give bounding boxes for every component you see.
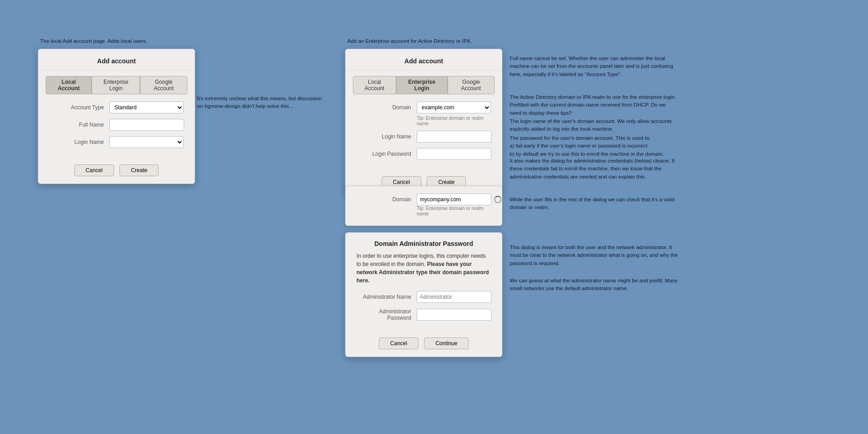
password-dialog: Domain Administrator Password In order t… [345, 232, 502, 357]
annotation-note8: We can guess at what the administrator n… [510, 277, 678, 293]
admin-name-label: Administrator Name [356, 294, 411, 300]
password-continue-button[interactable]: Continue [424, 337, 469, 349]
enterprise-tab-row: Local Account Enterprise Login Google Ac… [346, 71, 502, 94]
annotation-note1: Full name cannot be set. Whether the use… [510, 55, 678, 78]
admin-password-input[interactable] [417, 309, 491, 321]
annotation-note3: The login name of the user's domain acco… [510, 117, 678, 133]
domain-check-tip: Tip: Enterprise domain or realm name [417, 205, 491, 216]
enterprise-login-password-label: Login Password [356, 151, 411, 157]
login-name-row: Login Name [49, 136, 184, 148]
password-dialog-body: In order to use enterprise logins, this … [346, 252, 502, 334]
password-dialog-title: Domain Administrator Password [346, 233, 502, 252]
admin-password-row: Administrator Password [356, 308, 491, 321]
annotation-note2: The Active Directory domain or IPA realm… [510, 93, 678, 117]
local-account-dialog: Add account Local Account Enterprise Log… [38, 49, 195, 184]
account-type-row: Account Type Standard Administrator [49, 102, 184, 113]
account-type-label: Account Type [49, 104, 104, 111]
full-name-label: Full Name [49, 122, 104, 128]
local-create-button[interactable]: Create [119, 164, 159, 176]
local-tab-row: Local Account Enterprise Login Google Ac… [38, 71, 195, 94]
domain-check-input[interactable] [417, 194, 491, 205]
enterprise-tab-enterprise-login[interactable]: Enterprise Login [396, 76, 448, 94]
enterprise-domain-select[interactable]: example.com [417, 102, 491, 113]
domain-check-label: Domain [356, 196, 411, 203]
annotation-note5: It also makes the dialog for administrat… [510, 157, 678, 181]
domain-check-spinner [494, 196, 501, 203]
enterprise-login-name-label: Login Name [356, 133, 411, 140]
enterprise-tab-google-account[interactable]: Google Account [448, 76, 495, 94]
admin-name-row: Administrator Name [356, 291, 491, 303]
local-cancel-button[interactable]: Cancel [74, 164, 114, 176]
full-name-input[interactable] [109, 119, 184, 131]
annotation-note4: The password for the user's domain accou… [510, 134, 664, 158]
full-name-row: Full Name [49, 119, 184, 131]
password-cancel-button[interactable]: Cancel [379, 337, 418, 349]
enterprise-tab-local-account[interactable]: Local Account [353, 76, 396, 94]
local-dialog-body: Account Type Standard Administrator Full… [38, 94, 195, 161]
enterprise-dialog-title: Add account [346, 49, 502, 71]
enterprise-login-name-row: Login Name [356, 131, 491, 143]
local-dialog-btn-row: Cancel Create [38, 161, 195, 184]
local-tab-local-account[interactable]: Local Account [46, 76, 92, 94]
enterprise-domain-label: Domain [356, 104, 411, 111]
annotation-unclear: It's extremely unclear what this means, … [197, 95, 325, 111]
annotation-note6: While the user fills in the rest of the … [510, 196, 678, 212]
domain-check-row: Domain [356, 194, 491, 205]
domain-check-panel: Domain Tip: Enterprise domain or realm n… [345, 186, 502, 226]
account-type-select[interactable]: Standard Administrator [109, 102, 184, 113]
annotation-note7: This dialog is meant for both the user a… [510, 244, 678, 267]
enterprise-dialog-body: Domain example.com Tip: Enterprise domai… [346, 94, 502, 173]
local-tab-enterprise-login[interactable]: Enterprise Login [92, 76, 140, 94]
enterprise-login-password-row: Login Password [356, 148, 491, 160]
annotation-top-right: Add an Enterprise account for Active Dir… [347, 37, 472, 45]
local-dialog-title: Add account [38, 49, 195, 71]
enterprise-login-password-input[interactable] [417, 148, 491, 160]
local-tab-google-account[interactable]: Google Account [140, 76, 187, 94]
admin-password-label: Administrator Password [356, 308, 411, 321]
admin-name-input[interactable] [417, 291, 491, 303]
enterprise-domain-tip: Tip: Enterprise domain or realm name [417, 115, 491, 126]
password-dialog-btn-row: Cancel Continue [346, 334, 502, 357]
password-info-text: In order to use enterprise logins, this … [356, 252, 491, 285]
enterprise-dialog: Add account Local Account Enterprise Log… [345, 49, 502, 196]
enterprise-login-name-input[interactable] [417, 131, 491, 143]
enterprise-domain-row: Domain example.com [356, 102, 491, 113]
login-name-label: Login Name [49, 139, 104, 145]
annotation-top-left: The local Add account page. Adds local u… [40, 37, 147, 45]
login-name-select[interactable] [109, 136, 184, 148]
